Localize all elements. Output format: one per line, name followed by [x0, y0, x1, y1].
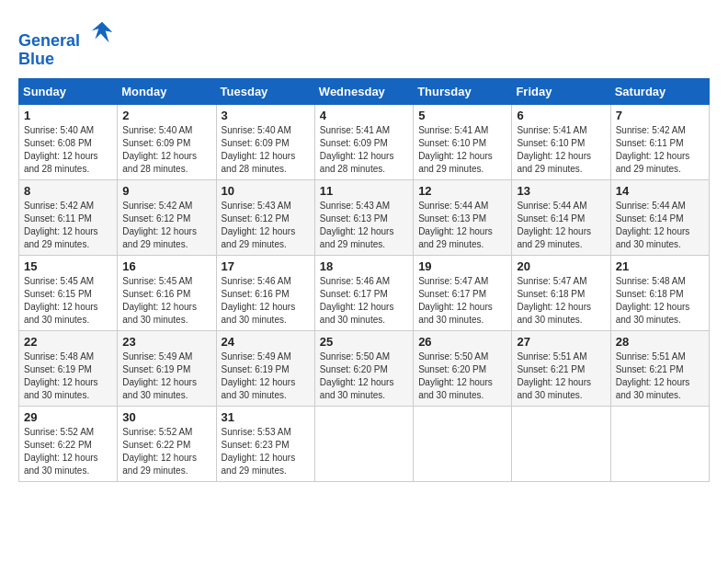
day-number: 5 [418, 109, 506, 122]
day-number: 13 [517, 184, 605, 198]
calendar-day-20: 20Sunrise: 5:47 AM Sunset: 6:18 PM Dayli… [512, 255, 610, 330]
calendar-day-12: 12Sunrise: 5:44 AM Sunset: 6:13 PM Dayli… [414, 179, 512, 255]
day-info: Sunrise: 5:44 AM Sunset: 6:13 PM Dayligh… [418, 200, 506, 251]
calendar-header-row: SundayMondayTuesdayWednesdayThursdayFrid… [19, 78, 710, 104]
day-info: Sunrise: 5:47 AM Sunset: 6:17 PM Dayligh… [418, 275, 506, 327]
header-tuesday: Tuesday [216, 78, 314, 104]
calendar-day-22: 22Sunrise: 5:48 AM Sunset: 6:19 PM Dayli… [19, 330, 118, 406]
day-number: 17 [222, 259, 310, 273]
day-info: Sunrise: 5:40 AM Sunset: 6:09 PM Dayligh… [222, 124, 310, 176]
day-info: Sunrise: 5:50 AM Sunset: 6:20 PM Dayligh… [418, 350, 506, 402]
calendar-day-2: 2Sunrise: 5:40 AM Sunset: 6:09 PM Daylig… [118, 104, 216, 179]
day-info: Sunrise: 5:40 AM Sunset: 6:08 PM Dayligh… [24, 124, 112, 176]
calendar-day-21: 21Sunrise: 5:48 AM Sunset: 6:18 PM Dayli… [610, 255, 709, 330]
calendar-day-25: 25Sunrise: 5:50 AM Sunset: 6:20 PM Dayli… [314, 330, 413, 406]
day-number: 31 [222, 410, 310, 424]
calendar-day-9: 9Sunrise: 5:42 AM Sunset: 6:12 PM Daylig… [118, 179, 216, 255]
day-info: Sunrise: 5:42 AM Sunset: 6:12 PM Dayligh… [122, 200, 210, 251]
calendar-day-15: 15Sunrise: 5:45 AM Sunset: 6:15 PM Dayli… [19, 255, 118, 330]
calendar-day-8: 8Sunrise: 5:42 AM Sunset: 6:11 PM Daylig… [19, 179, 118, 255]
calendar-week-1: 1Sunrise: 5:40 AM Sunset: 6:08 PM Daylig… [19, 104, 710, 179]
empty-cell [314, 406, 413, 481]
day-number: 21 [616, 259, 704, 273]
day-info: Sunrise: 5:46 AM Sunset: 6:16 PM Dayligh… [222, 275, 310, 327]
header-wednesday: Wednesday [314, 78, 413, 104]
calendar-day-13: 13Sunrise: 5:44 AM Sunset: 6:14 PM Dayli… [512, 179, 610, 255]
day-number: 15 [24, 259, 112, 273]
day-number: 2 [122, 109, 210, 122]
day-number: 1 [24, 109, 112, 122]
calendar-day-16: 16Sunrise: 5:45 AM Sunset: 6:16 PM Dayli… [118, 255, 216, 330]
calendar-day-6: 6Sunrise: 5:41 AM Sunset: 6:10 PM Daylig… [512, 104, 610, 179]
page-header: General Blue [18, 18, 710, 69]
day-info: Sunrise: 5:44 AM Sunset: 6:14 PM Dayligh… [616, 200, 704, 251]
logo: General Blue [18, 18, 116, 69]
day-number: 6 [517, 109, 605, 122]
logo-blue: Blue [18, 50, 54, 68]
day-number: 24 [222, 335, 310, 349]
day-info: Sunrise: 5:48 AM Sunset: 6:19 PM Dayligh… [24, 350, 112, 402]
day-number: 12 [418, 184, 506, 198]
calendar-day-11: 11Sunrise: 5:43 AM Sunset: 6:13 PM Dayli… [314, 179, 413, 255]
day-info: Sunrise: 5:41 AM Sunset: 6:09 PM Dayligh… [320, 124, 408, 176]
day-info: Sunrise: 5:53 AM Sunset: 6:23 PM Dayligh… [222, 426, 310, 477]
day-number: 4 [320, 109, 408, 122]
header-friday: Friday [512, 78, 610, 104]
calendar-day-26: 26Sunrise: 5:50 AM Sunset: 6:20 PM Dayli… [414, 330, 512, 406]
day-number: 23 [122, 335, 210, 349]
day-number: 14 [616, 184, 704, 198]
calendar-day-28: 28Sunrise: 5:51 AM Sunset: 6:21 PM Dayli… [610, 330, 709, 406]
day-number: 25 [320, 335, 408, 349]
day-info: Sunrise: 5:46 AM Sunset: 6:17 PM Dayligh… [320, 275, 408, 327]
day-info: Sunrise: 5:40 AM Sunset: 6:09 PM Dayligh… [122, 124, 210, 176]
calendar-day-14: 14Sunrise: 5:44 AM Sunset: 6:14 PM Dayli… [610, 179, 709, 255]
empty-cell [512, 406, 610, 481]
header-saturday: Saturday [610, 78, 709, 104]
day-number: 11 [320, 184, 408, 198]
calendar-day-1: 1Sunrise: 5:40 AM Sunset: 6:08 PM Daylig… [19, 104, 118, 179]
header-sunday: Sunday [19, 78, 118, 104]
day-number: 3 [222, 109, 310, 122]
day-info: Sunrise: 5:52 AM Sunset: 6:22 PM Dayligh… [24, 426, 112, 477]
day-number: 26 [418, 335, 506, 349]
day-info: Sunrise: 5:47 AM Sunset: 6:18 PM Dayligh… [517, 275, 605, 327]
day-info: Sunrise: 5:48 AM Sunset: 6:18 PM Dayligh… [616, 275, 704, 327]
day-info: Sunrise: 5:42 AM Sunset: 6:11 PM Dayligh… [24, 200, 112, 251]
logo-general: General [18, 31, 80, 50]
day-number: 22 [24, 335, 112, 349]
day-number: 7 [616, 109, 704, 122]
day-info: Sunrise: 5:43 AM Sunset: 6:12 PM Dayligh… [222, 200, 310, 251]
header-monday: Monday [118, 78, 216, 104]
calendar-week-2: 8Sunrise: 5:42 AM Sunset: 6:11 PM Daylig… [19, 179, 710, 255]
day-number: 30 [122, 410, 210, 424]
day-number: 19 [418, 259, 506, 273]
calendar-day-17: 17Sunrise: 5:46 AM Sunset: 6:16 PM Dayli… [216, 255, 314, 330]
day-info: Sunrise: 5:45 AM Sunset: 6:15 PM Dayligh… [24, 275, 112, 327]
day-number: 29 [24, 410, 112, 424]
calendar-day-4: 4Sunrise: 5:41 AM Sunset: 6:09 PM Daylig… [314, 104, 413, 179]
day-info: Sunrise: 5:51 AM Sunset: 6:21 PM Dayligh… [616, 350, 704, 402]
calendar-day-19: 19Sunrise: 5:47 AM Sunset: 6:17 PM Dayli… [414, 255, 512, 330]
day-info: Sunrise: 5:49 AM Sunset: 6:19 PM Dayligh… [122, 350, 210, 402]
day-info: Sunrise: 5:43 AM Sunset: 6:13 PM Dayligh… [320, 200, 408, 251]
day-info: Sunrise: 5:41 AM Sunset: 6:10 PM Dayligh… [418, 124, 506, 176]
calendar-day-18: 18Sunrise: 5:46 AM Sunset: 6:17 PM Dayli… [314, 255, 413, 330]
day-number: 27 [517, 335, 605, 349]
calendar-week-3: 15Sunrise: 5:45 AM Sunset: 6:15 PM Dayli… [19, 255, 710, 330]
calendar-day-30: 30Sunrise: 5:52 AM Sunset: 6:22 PM Dayli… [118, 406, 216, 481]
logo-bird-icon [88, 18, 116, 46]
calendar-week-4: 22Sunrise: 5:48 AM Sunset: 6:19 PM Dayli… [19, 330, 710, 406]
day-number: 8 [24, 184, 112, 198]
calendar-day-24: 24Sunrise: 5:49 AM Sunset: 6:19 PM Dayli… [216, 330, 314, 406]
day-number: 18 [320, 259, 408, 273]
calendar-week-5: 29Sunrise: 5:52 AM Sunset: 6:22 PM Dayli… [19, 406, 710, 481]
day-number: 16 [122, 259, 210, 273]
day-number: 28 [616, 335, 704, 349]
day-info: Sunrise: 5:42 AM Sunset: 6:11 PM Dayligh… [616, 124, 704, 176]
calendar-day-10: 10Sunrise: 5:43 AM Sunset: 6:12 PM Dayli… [216, 179, 314, 255]
calendar-day-3: 3Sunrise: 5:40 AM Sunset: 6:09 PM Daylig… [216, 104, 314, 179]
day-number: 10 [222, 184, 310, 198]
header-thursday: Thursday [414, 78, 512, 104]
calendar-day-29: 29Sunrise: 5:52 AM Sunset: 6:22 PM Dayli… [19, 406, 118, 481]
day-info: Sunrise: 5:44 AM Sunset: 6:14 PM Dayligh… [517, 200, 605, 251]
